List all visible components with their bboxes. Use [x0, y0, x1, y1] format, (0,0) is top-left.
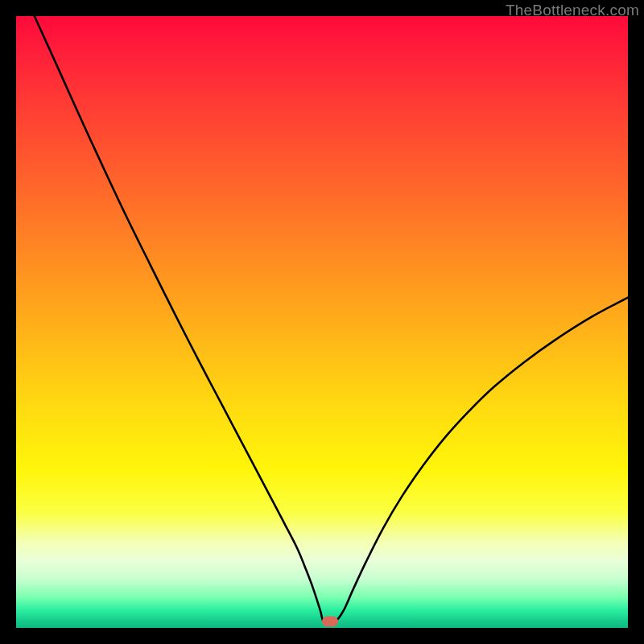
optimal-point-marker — [322, 616, 338, 626]
plot-area — [16, 16, 628, 628]
watermark-text: TheBottleneck.com — [506, 2, 639, 19]
chart-frame: TheBottleneck.com — [0, 0, 644, 644]
bottleneck-curve — [16, 16, 628, 628]
